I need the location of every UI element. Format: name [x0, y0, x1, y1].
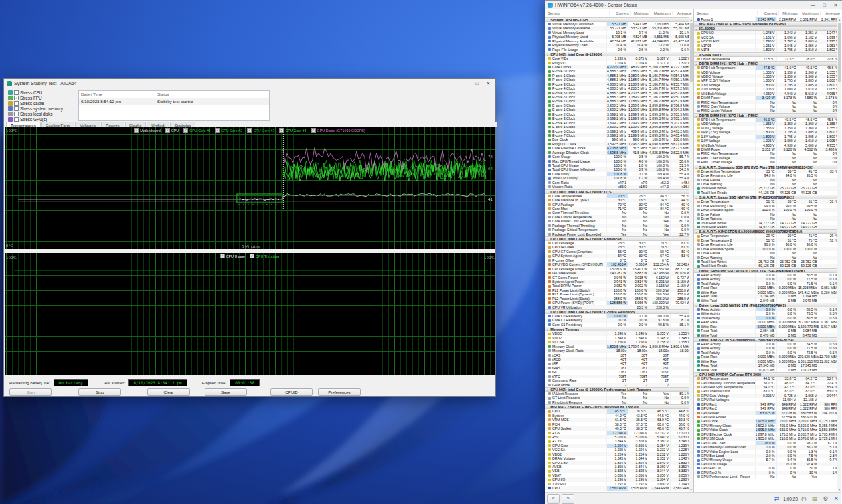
close-sensors-icon[interactable]: ✕	[833, 493, 839, 504]
col-current[interactable]: Current	[757, 11, 778, 15]
sensor-column-header[interactable]: Sensor Current Minimum Maximum Average	[545, 9, 693, 17]
legend-item[interactable]: ✓Motherboard	[134, 128, 161, 133]
legend-checkbox[interactable]: ✓	[165, 128, 170, 133]
clear-button[interactable]: Clear	[147, 388, 190, 396]
col-maximum[interactable]: Maximum	[800, 11, 821, 15]
stress-option-checkbox[interactable]: ✓	[14, 96, 19, 100]
sensor-group-header[interactable]: ⌄MSI MAG Z690 ACE (MS-7D25) [Renesas ISL…	[694, 21, 838, 26]
legend-item[interactable]: ✓CPU	[165, 128, 179, 133]
legend-checkbox[interactable]: ✓	[215, 128, 220, 133]
col-sensor[interactable]: Sensor	[545, 11, 609, 15]
sensor-row[interactable]: Total Host Reads14,922 GB14,922 GB14,922…	[694, 225, 838, 229]
scrollbar-left-column[interactable]: ▲▼	[689, 17, 693, 492]
stress-option-stress-system-memory[interactable]: Stress system memory	[8, 106, 63, 111]
legend-item[interactable]: ✓CPU Usage	[220, 254, 245, 258]
scrollbar-right-column[interactable]: ▲▼	[837, 17, 841, 492]
sensor-row[interactable]: Total Host Reads44,125 GB44,125 GB44,125…	[694, 191, 838, 195]
stress-option-checkbox[interactable]	[14, 90, 19, 95]
legend-checkbox[interactable]: ✓	[183, 128, 188, 133]
stop-button[interactable]: Stop	[78, 388, 121, 396]
legend-checkbox[interactable]: ✓	[220, 254, 225, 258]
stress-option-stress-cpu[interactable]: Stress CPU	[8, 90, 63, 95]
sensor-row[interactable]: Page File Usage0.6 %0.6 %2.0 %0.6 %	[545, 48, 689, 52]
close-icon[interactable]: ✕	[483, 79, 494, 88]
tab-clocks[interactable]: Clocks	[125, 122, 147, 127]
sensor-row[interactable]: Pump 12,343 RPM2,294 RPM2,381 RPM2,341 R…	[694, 17, 838, 21]
col-average[interactable]: Average	[820, 11, 841, 15]
settings-gear-icon[interactable]: ⚙	[823, 493, 828, 504]
legend-item[interactable]: ✓CPU Core #3	[247, 128, 274, 133]
stress-option-checkbox[interactable]	[14, 106, 19, 111]
sensor-group-header[interactable]: ⌄GPU [#0]: NVIDIA GeForce RTX 3080	[694, 372, 838, 377]
sensor-row[interactable]: Package Power Limit ExceededYesNoYes22.7…	[545, 232, 689, 236]
legend-checkbox[interactable]: ✓	[134, 128, 139, 133]
close-icon[interactable]: ✕	[830, 1, 841, 9]
sensor-row[interactable]: Ring Limit ReasonsNoNoNo0.0 %	[545, 400, 689, 404]
collapse-all-button[interactable]: «	[547, 494, 560, 504]
sensor-row[interactable]: Write Total10,023 MB0 MB10,023 MB	[694, 368, 838, 372]
clock-icon[interactable]: ◷	[801, 493, 807, 504]
stress-option-checkbox[interactable]	[14, 112, 19, 116]
col-sensor[interactable]: Sensor	[694, 11, 758, 15]
legend-checkbox[interactable]: ✓	[311, 128, 316, 133]
stress-option-stress-gpu-s-[interactable]: Stress GPU(s)	[8, 116, 63, 122]
sensor-row[interactable]: Write Total2,049 MB0 MB2,049 MB	[694, 299, 838, 303]
remote-sensor-icon[interactable]: ⇄	[774, 493, 780, 504]
sensor-row[interactable]: PMIC Under VoltageNoNoNo0 %	[694, 108, 838, 112]
log-row[interactable]: 6/10/2023 8:54:12 pm Stability test star…	[79, 98, 269, 105]
tab-temperatures[interactable]: Temperatures	[6, 122, 41, 127]
sensor-row[interactable]: Core C6 Residency0.0 %0.0 %99.5 %35.1 %	[545, 323, 689, 327]
minimize-icon[interactable]: —	[807, 1, 819, 9]
maximize-icon[interactable]: □	[819, 1, 830, 9]
sensor-row[interactable]: GPU Performance Limit - PowerNoNoYes	[694, 475, 838, 479]
sensor-group-header[interactable]: ⌄CPU [#0]: Intel Core i9-12900K	[545, 52, 689, 56]
sensor-group-header[interactable]: ⌄CPU [#0]: Intel Core i9-12900K: Perform…	[545, 387, 689, 392]
legend-item[interactable]: ✓CPU Core #2	[215, 128, 242, 133]
legend-item[interactable]: ✓CPU Throttling	[250, 254, 279, 258]
sensor-row[interactable]: Gear Mode222	[545, 383, 689, 387]
sensor-group-header[interactable]: ⌄System: MSI MS-7D25	[545, 17, 689, 22]
sensor-group-header[interactable]: ⌄Drive: Samsung SSD 970 EVO Plus 1TB (S4…	[694, 268, 838, 273]
tab-statistics[interactable]: Statistics	[170, 122, 196, 127]
legend-item[interactable]: ✓CPU Core #4	[279, 128, 306, 133]
tab-voltages[interactable]: Voltages	[75, 122, 100, 127]
sensor-group-header[interactable]: ⌄S.M.A.R.T.: Samsung SSD 970 EVO Plus 1T…	[694, 165, 838, 169]
sensor-group-header[interactable]: ⌄CPU [#0]: Intel Core i9-12900K: C-State…	[545, 309, 689, 314]
sensor-row[interactable]: Uncore Ratiox36.0x18.0x47.0x36.8	[545, 185, 689, 189]
stress-option-stress-local-disks[interactable]: Stress local disks	[8, 111, 63, 116]
stress-option-stress-cache[interactable]: Stress cache	[8, 100, 63, 106]
sensor-row[interactable]: Liquid Temperature27.5 °C27.5 °C28.0 °C2…	[694, 57, 838, 61]
maximize-icon[interactable]: □	[471, 79, 483, 88]
cpuid-button[interactable]: CPUID	[270, 388, 313, 396]
tab-powers[interactable]: Powers	[101, 122, 124, 127]
legend-checkbox[interactable]: ✓	[247, 128, 252, 133]
sensor-group-header[interactable]: ⌄ISL69269	[694, 26, 838, 31]
tab-cooling-fans[interactable]: Cooling Fans	[41, 122, 74, 127]
save-button[interactable]: Save	[205, 388, 247, 396]
sensor-row[interactable]: Total Host Reads60,125 GB60,125 GB60,125…	[694, 264, 838, 268]
sensor-group-header[interactable]: ⌄S.M.A.R.T.: Lexar SSD NM790 1TB (PH1234…	[694, 195, 838, 199]
expand-all-button[interactable]: »	[562, 494, 574, 504]
sensor-group-header[interactable]: ⌄CPU [#0]: Intel Core i9-12900K: DTS	[545, 189, 689, 194]
sensor-group-header[interactable]: ⌄S.M.A.R.T.: KINGSTON SA2000M8500G (5002…	[694, 229, 838, 234]
sensor-group-header[interactable]: ⌄MSI MAG Z690 ACE (MS-7D25) [Nuvoton NCT…	[545, 404, 689, 409]
col-current[interactable]: Current	[609, 11, 630, 15]
sensor-column-header[interactable]: Sensor Current Minimum Maximum Average	[694, 9, 842, 17]
sensor-group-header[interactable]: ⌄DDR5 DIMM [#3] (SPD Hub + PMIC)	[694, 113, 838, 118]
sensor-row[interactable]: V1P81.802 V1.795 V1.810 V1.802 V	[694, 48, 838, 52]
sensor-row[interactable]: PMIC Under VoltageNoNoNo0 %	[694, 160, 838, 164]
sensor-group-header[interactable]: ⌄Memory Timings	[545, 327, 689, 331]
sensor-row[interactable]: CPU2,561 RPM2,505 RPM2,644 RPM2,560 RPM	[545, 486, 689, 490]
sensor-group-header[interactable]: ⌄CPU [#0]: Intel Core i9-12900K: Enhance…	[545, 236, 689, 241]
aida64-titlebar[interactable]: System Stability Test - AIDA64 — □ ✕	[4, 79, 495, 88]
sensor-group-header[interactable]: ⌄ASetek 690LC	[694, 52, 838, 57]
preferences-button[interactable]: Preferences	[318, 388, 361, 396]
sensor-group-header[interactable]: ⌄Drive: KINGSTON SA2000M8500G (50026B728…	[694, 337, 838, 342]
tab-unified[interactable]: Unified	[147, 122, 169, 127]
legend-checkbox[interactable]: ✓	[279, 128, 284, 133]
stress-option-checkbox[interactable]	[14, 101, 19, 106]
col-average[interactable]: Average	[672, 11, 693, 15]
legend-checkbox[interactable]: ✓	[250, 254, 254, 258]
legend-item[interactable]: ✓CPU Core #1	[183, 128, 210, 133]
sensor-group-header[interactable]: ⌄DDR5 DIMM [#1] (SPD Hub + PMIC)	[694, 61, 838, 66]
